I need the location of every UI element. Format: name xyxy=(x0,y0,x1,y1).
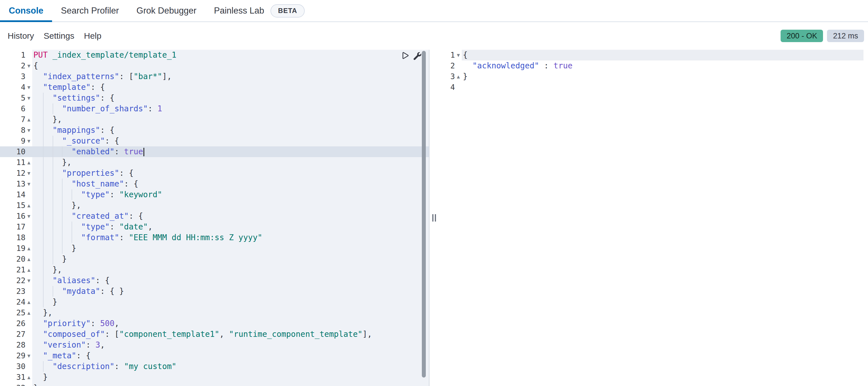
token-punct: : { xyxy=(119,168,133,178)
code-line[interactable]: } xyxy=(32,243,429,254)
fold-close-icon[interactable]: ▴ xyxy=(26,372,32,383)
code-line[interactable]: "format": "EEE MMM dd HH:mm:ss Z yyyy" xyxy=(32,232,429,243)
code-line[interactable]: }, xyxy=(32,157,429,168)
gutter: 12▾ xyxy=(0,168,32,179)
code-line[interactable]: "enabled": true xyxy=(32,146,429,157)
line-number: 5 xyxy=(21,93,26,103)
fold-close-icon[interactable]: ▴ xyxy=(26,243,32,254)
code-line[interactable]: "composed_of": ["component_template1", "… xyxy=(32,329,429,340)
menu-settings[interactable]: Settings xyxy=(43,31,74,41)
token-punct: } xyxy=(71,244,76,253)
request-line: 16▾"created_at": { xyxy=(0,211,429,221)
gutter: 32▴ xyxy=(0,383,32,386)
line-number: 2 xyxy=(21,61,26,71)
token-string: "my custom" xyxy=(124,362,176,371)
fold-close-icon[interactable]: ▴ xyxy=(26,297,32,308)
tab-painless-lab[interactable]: Painless LabBETA xyxy=(205,0,313,22)
gutter: 21▴ xyxy=(0,265,32,275)
tab-search-profiler[interactable]: Search Profiler xyxy=(52,0,128,22)
token-punct: : xyxy=(110,222,119,232)
tab-console[interactable]: Console xyxy=(0,0,52,22)
token-punct: : [ xyxy=(105,329,119,339)
code-line[interactable] xyxy=(462,82,864,93)
code-line[interactable]: "template": { xyxy=(32,82,429,93)
code-line[interactable]: } xyxy=(32,372,429,383)
console-menu: HistorySettingsHelp xyxy=(8,31,111,41)
fold-close-icon[interactable]: ▴ xyxy=(455,71,462,82)
line-number: 27 xyxy=(16,329,26,340)
fold-close-icon[interactable]: ▴ xyxy=(26,114,32,125)
token-punct: , xyxy=(115,319,119,328)
code-line[interactable]: "_source": { xyxy=(32,136,429,146)
code-line[interactable]: "priority": 500, xyxy=(32,318,429,329)
code-line[interactable]: { xyxy=(462,50,864,61)
code-line[interactable]: "mappings": { xyxy=(32,125,429,136)
code-line[interactable]: } xyxy=(32,383,429,386)
fold-close-icon[interactable]: ▴ xyxy=(26,254,32,265)
send-request-button[interactable] xyxy=(400,51,409,60)
fold-close-icon[interactable]: ▴ xyxy=(26,308,32,318)
tab-grok-debugger[interactable]: Grok Debugger xyxy=(128,0,205,22)
fold-open-icon[interactable]: ▾ xyxy=(26,350,32,361)
fold-close-icon[interactable]: ▴ xyxy=(26,157,32,168)
fold-open-icon[interactable]: ▾ xyxy=(26,275,32,286)
code-line[interactable]: PUT _index_template/template_1 xyxy=(32,50,429,61)
code-line[interactable]: "index_patterns": ["bar*"], xyxy=(32,71,429,82)
fold-open-icon[interactable]: ▾ xyxy=(26,61,32,71)
code-line[interactable]: { xyxy=(32,61,429,71)
code-line[interactable]: }, xyxy=(32,265,429,275)
line-number: 7 xyxy=(21,114,26,125)
token-string: "bar*" xyxy=(133,72,162,81)
code-line[interactable]: "host_name": { xyxy=(32,179,429,189)
token-key: "mappings" xyxy=(52,126,100,135)
gutter: 22▾ xyxy=(0,275,32,286)
code-line[interactable]: "acknowledged" : true xyxy=(462,61,864,71)
line-number: 13 xyxy=(16,179,26,189)
token-key: "type" xyxy=(81,222,110,232)
menu-history[interactable]: History xyxy=(8,31,34,41)
code-line[interactable]: } xyxy=(32,254,429,265)
code-line[interactable]: } xyxy=(32,297,429,308)
request-options-button[interactable] xyxy=(412,51,421,60)
code-line[interactable]: "number_of_shards": 1 xyxy=(32,103,429,114)
fold-open-icon[interactable]: ▾ xyxy=(26,93,32,103)
gutter: 26 xyxy=(0,318,32,329)
fold-close-icon[interactable]: ▴ xyxy=(26,383,32,386)
menu-help[interactable]: Help xyxy=(84,31,101,41)
fold-open-icon[interactable]: ▾ xyxy=(26,136,32,146)
code-line[interactable]: "created_at": { xyxy=(32,211,429,221)
fold-open-icon[interactable]: ▾ xyxy=(26,125,32,136)
code-line[interactable]: "aliases": { xyxy=(32,275,429,286)
play-icon xyxy=(400,51,409,60)
fold-open-icon[interactable]: ▾ xyxy=(26,179,32,189)
code-line[interactable]: "type": "date", xyxy=(32,221,429,232)
token-punct: : xyxy=(110,190,119,199)
fold-close-icon[interactable]: ▴ xyxy=(26,200,32,211)
fold-open-icon[interactable]: ▾ xyxy=(455,50,462,61)
indent-guides xyxy=(43,200,71,211)
code-line[interactable]: "_meta": { xyxy=(32,350,429,361)
code-line[interactable]: "type": "keyword" xyxy=(32,189,429,200)
gutter: 20▴ xyxy=(0,254,32,265)
line-number: 4 xyxy=(21,82,26,93)
gutter: 24▴ xyxy=(0,297,32,308)
code-line[interactable]: "properties": { xyxy=(32,168,429,179)
panel-resizer[interactable] xyxy=(429,50,438,386)
code-line[interactable]: }, xyxy=(32,308,429,318)
status-group: 200 - OK 212 ms xyxy=(781,30,864,42)
fold-open-icon[interactable]: ▾ xyxy=(26,82,32,93)
request-scrollbar[interactable] xyxy=(422,51,426,378)
fold-open-icon[interactable]: ▾ xyxy=(26,211,32,221)
code-line[interactable]: } xyxy=(462,71,864,82)
request-line: 25▴}, xyxy=(0,308,429,318)
code-line[interactable]: }, xyxy=(32,200,429,211)
token-punct: : xyxy=(115,147,124,156)
code-line[interactable]: }, xyxy=(32,114,429,125)
fold-open-icon[interactable]: ▾ xyxy=(26,168,32,179)
code-line[interactable]: "mydata": { } xyxy=(32,286,429,297)
code-line[interactable]: "description": "my custom" xyxy=(32,361,429,372)
code-line[interactable]: "version": 3, xyxy=(32,340,429,350)
request-line: 26"priority": 500, xyxy=(0,318,429,329)
code-line[interactable]: "settings": { xyxy=(32,93,429,103)
fold-close-icon[interactable]: ▴ xyxy=(26,265,32,275)
